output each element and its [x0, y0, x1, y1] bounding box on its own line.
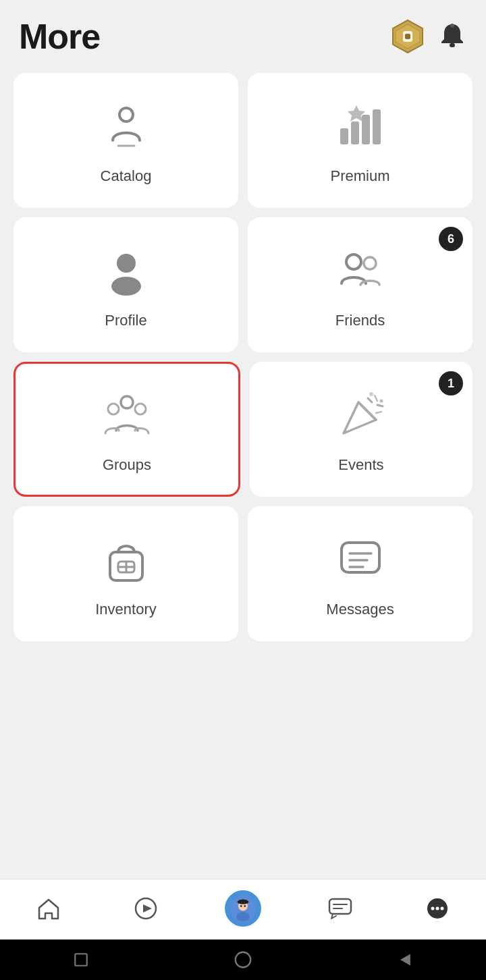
row-3: Groups 1 Events	[14, 362, 473, 497]
groups-label: Groups	[103, 456, 151, 474]
messages-icon	[333, 533, 387, 590]
svg-point-23	[369, 392, 373, 396]
nav-more[interactable]	[389, 879, 486, 937]
svg-line-22	[376, 412, 381, 413]
bottom-nav	[0, 879, 486, 940]
inventory-icon	[99, 533, 153, 590]
inventory-card[interactable]: Inventory	[14, 506, 238, 641]
friends-label: Friends	[335, 312, 385, 329]
android-recent-btn[interactable]	[70, 949, 92, 971]
svg-marker-34	[143, 904, 152, 913]
messages-label: Messages	[326, 601, 394, 618]
row-4: Inventory Messages	[14, 506, 473, 641]
svg-point-14	[346, 254, 361, 269]
events-label: Events	[338, 456, 383, 474]
android-nav	[0, 940, 486, 980]
svg-rect-10	[362, 115, 370, 144]
svg-rect-49	[75, 954, 87, 966]
friends-card[interactable]: 6 Friends	[248, 217, 473, 352]
main-content: Catalog Premium	[0, 67, 486, 879]
play-icon	[133, 896, 159, 921]
svg-point-16	[121, 396, 133, 408]
groups-icon	[100, 389, 154, 445]
svg-line-21	[377, 405, 383, 406]
android-home-btn[interactable]	[232, 949, 254, 971]
svg-point-13	[111, 277, 141, 296]
android-back-btn[interactable]	[394, 949, 416, 971]
svg-point-15	[364, 257, 376, 269]
catalog-card[interactable]: Catalog	[14, 73, 238, 208]
nav-discover[interactable]	[97, 879, 194, 937]
svg-line-20	[375, 396, 377, 401]
messages-card[interactable]: Messages	[248, 506, 473, 641]
svg-point-24	[380, 400, 383, 403]
svg-point-12	[117, 254, 136, 273]
svg-point-6	[119, 108, 133, 121]
header-icons	[389, 18, 467, 55]
svg-point-41	[244, 905, 246, 907]
events-card[interactable]: 1 Events	[250, 362, 473, 497]
row-1: Catalog Premium	[14, 73, 473, 208]
robux-icon[interactable]	[389, 18, 427, 55]
svg-rect-11	[373, 109, 381, 144]
svg-point-47	[436, 906, 439, 910]
premium-label: Premium	[330, 167, 389, 185]
profile-card[interactable]: Profile	[14, 217, 238, 352]
svg-rect-39	[240, 899, 245, 902]
svg-point-5	[450, 24, 454, 28]
friends-badge: 6	[439, 227, 463, 251]
inventory-label: Inventory	[95, 601, 157, 618]
premium-card[interactable]: Premium	[248, 73, 473, 208]
svg-point-37	[236, 911, 250, 921]
svg-marker-51	[402, 955, 410, 964]
row-2: Profile 6 Friends	[14, 217, 473, 352]
catalog-icon	[99, 100, 153, 157]
chat-icon	[327, 896, 353, 921]
profile-label: Profile	[105, 312, 146, 329]
svg-point-40	[240, 905, 242, 907]
friends-icon	[333, 244, 387, 301]
svg-point-50	[236, 952, 251, 968]
svg-point-18	[135, 404, 146, 414]
svg-line-19	[368, 398, 372, 402]
nav-home[interactable]	[0, 879, 97, 937]
avatar-icon	[225, 890, 261, 927]
svg-rect-8	[340, 128, 348, 144]
svg-rect-9	[351, 121, 359, 144]
svg-rect-42	[329, 899, 351, 914]
events-badge: 1	[439, 371, 463, 396]
page-title: More	[19, 16, 100, 57]
svg-point-46	[431, 906, 435, 910]
groups-card[interactable]: Groups	[14, 362, 240, 497]
more-icon	[425, 896, 450, 921]
svg-rect-4	[450, 43, 455, 47]
nav-chat[interactable]	[292, 879, 389, 937]
svg-rect-3	[405, 34, 410, 39]
profile-icon	[99, 244, 153, 301]
svg-point-17	[108, 404, 119, 414]
home-icon	[36, 896, 61, 921]
bell-icon[interactable]	[437, 22, 467, 51]
header: More	[0, 0, 486, 67]
premium-icon	[333, 100, 387, 157]
events-icon	[334, 389, 388, 445]
catalog-label: Catalog	[101, 167, 152, 185]
nav-avatar[interactable]	[194, 879, 292, 937]
svg-point-48	[441, 906, 444, 910]
